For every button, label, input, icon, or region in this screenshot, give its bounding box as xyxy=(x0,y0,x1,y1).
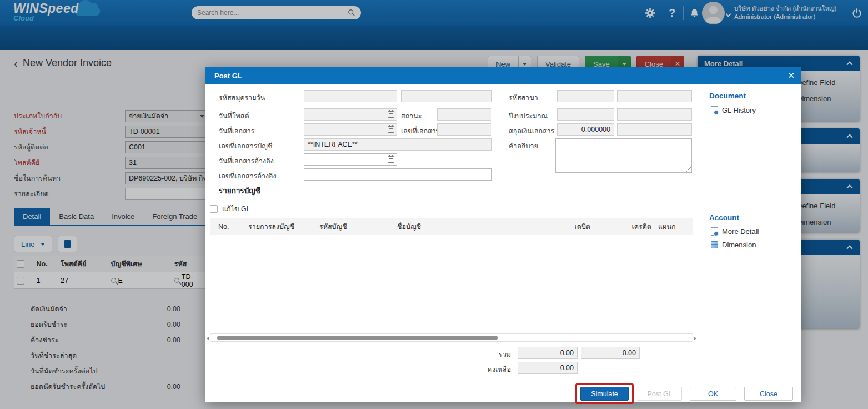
doc-no-field xyxy=(437,123,491,136)
field-label: วันที่โพสต์ xyxy=(219,111,249,122)
col-no: No. xyxy=(210,223,245,231)
journal-book-name-field xyxy=(401,90,492,102)
account-section-title: Account xyxy=(709,213,739,222)
field-label: เลขที่เอกสาร xyxy=(401,126,439,137)
scrollbar-thumb[interactable] xyxy=(217,336,498,340)
col-gl-entry: รายการลงบัญชี xyxy=(245,221,316,232)
edit-gl-label: แก้ไข GL xyxy=(222,203,250,215)
edit-gl-checkbox[interactable] xyxy=(210,205,218,213)
field-label: ปีงบประมาณ xyxy=(509,111,548,122)
section-title: รายการบัญชี xyxy=(219,184,260,197)
col-debit: เดบิต xyxy=(535,221,594,232)
more-detail-link[interactable]: More Detail xyxy=(711,227,759,236)
balance-field: 0.00 xyxy=(518,362,578,374)
modal-header: Post GL ✕ xyxy=(205,67,801,84)
journal-book-code-field xyxy=(304,90,397,102)
simulate-button[interactable]: Simulate xyxy=(580,387,629,401)
field-label: รหัสสาขา xyxy=(509,92,538,103)
branch-name-field xyxy=(617,90,692,102)
field-label: สถานะ xyxy=(401,111,422,122)
post-gl-button: Post GL xyxy=(638,387,682,401)
col-department: แผนก xyxy=(655,221,685,232)
ok-button[interactable]: OK xyxy=(690,387,736,401)
scroll-right-arrow-icon[interactable] xyxy=(694,336,696,341)
field-label: วันที่เอกสาร xyxy=(219,126,255,137)
doc-currency-field xyxy=(617,123,692,136)
acc-doc-no-field: **INTERFACE** xyxy=(304,138,492,151)
field-label: วันที่เอกสารอ้างอิง xyxy=(219,156,274,167)
document-icon xyxy=(711,106,718,114)
fiscal-period-field xyxy=(617,108,692,121)
col-account-code: รหัสบัญชี xyxy=(316,221,394,232)
col-credit: เครดิต xyxy=(594,221,655,232)
document-section-title: Document xyxy=(709,92,746,100)
field-label: สกุลเงินเอกสาร xyxy=(509,126,555,137)
edit-gl-row: แก้ไข GL xyxy=(210,203,250,215)
post-date-field xyxy=(304,108,397,121)
modal-close-icon[interactable]: ✕ xyxy=(787,71,795,81)
field-label: เลขที่เอกสารบัญชี xyxy=(219,141,273,152)
fiscal-year-field xyxy=(557,108,614,121)
calendar-icon xyxy=(388,126,394,133)
calendar-icon xyxy=(388,111,394,118)
gl-table-header: No. รายการลงบัญชี รหัสบัญชี ชื่อบัญชี เด… xyxy=(210,218,693,235)
ref-doc-date-field[interactable] xyxy=(304,153,397,166)
balance-label: คงเหลือ xyxy=(466,364,511,375)
gl-entries-table: No. รายการลงบัญชี รหัสบัญชี ชื่อบัญชี เด… xyxy=(210,218,693,332)
col-account-name: ชื่อบัญชี xyxy=(394,221,535,232)
status-field xyxy=(437,108,491,121)
sum-debit-field: 0.00 xyxy=(518,347,578,359)
branch-code-field xyxy=(557,90,614,102)
scroll-left-arrow-icon[interactable] xyxy=(207,336,209,341)
sum-label: รวม xyxy=(466,349,511,360)
description-textarea[interactable] xyxy=(555,138,692,173)
modal-close-button[interactable]: Close xyxy=(744,387,793,401)
modal-title: Post GL xyxy=(214,72,242,80)
ref-doc-no-field[interactable] xyxy=(304,168,492,181)
doc-currency-rate-field: 0.000000 xyxy=(557,123,614,136)
document-icon xyxy=(711,227,718,236)
post-gl-modal: Post GL ✕ รหัสสมุดรายวัน รหัสสาขา วันที่… xyxy=(205,67,801,402)
dimension-link[interactable]: Dimension xyxy=(711,241,756,249)
sum-credit-field: 0.00 xyxy=(581,347,640,359)
doc-date-field xyxy=(304,123,397,136)
horizontal-scrollbar[interactable] xyxy=(210,333,693,342)
gl-history-link[interactable]: GL History xyxy=(711,106,756,114)
field-label: เลขที่เอกสารอ้างอิง xyxy=(219,171,277,182)
calendar-icon[interactable] xyxy=(388,156,394,163)
field-label: คำอธิบาย xyxy=(509,141,538,152)
cube-icon xyxy=(711,241,718,248)
divider xyxy=(210,198,693,198)
field-label: รหัสสมุดรายวัน xyxy=(219,92,265,103)
